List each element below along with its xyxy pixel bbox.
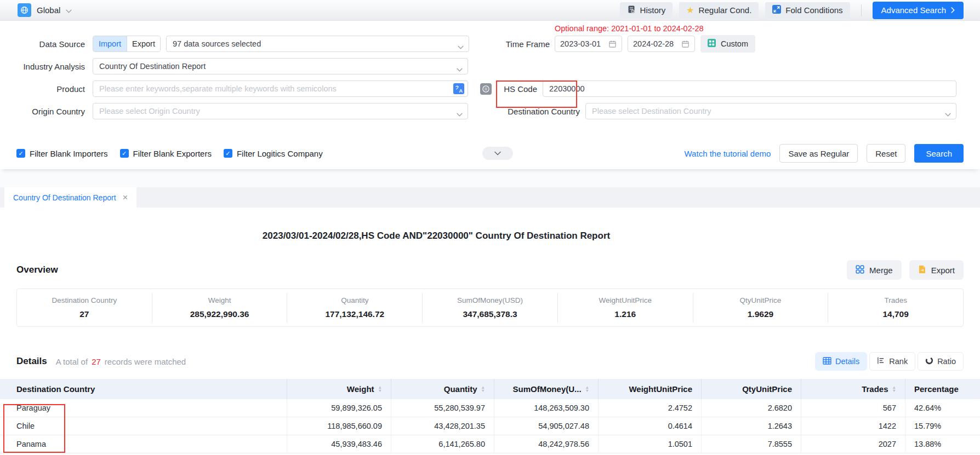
data-source-toggle: Import Export [93,36,161,52]
table-row[interactable]: Paraguay 59,899,326.05 55,280,539.97 148… [0,399,980,417]
industry-analysis-select[interactable]: Country Of Destination Report [93,58,468,74]
end-date-value[interactable] [633,39,677,48]
cell-country[interactable]: Panama [0,435,287,453]
close-icon[interactable]: × [123,193,128,202]
filter-blank-exporters-checkbox[interactable]: Filter Blank Exporters [120,149,212,158]
export-toggle[interactable]: Export [127,36,160,51]
translate-icon[interactable]: A [453,83,464,96]
hs-code-input[interactable] [543,80,956,97]
filter-logitics-company-checkbox[interactable]: Filter Logitics Company [224,149,323,158]
history-icon [627,5,636,15]
cell-sum-of-money: 54,905,027.48 [494,417,598,435]
column-header-weight[interactable]: Weight ▲▼ [287,379,391,399]
destination-country-group: Destination Country Please select Destin… [471,103,956,119]
stat-label: Trades [828,296,963,304]
destination-country-label: Destination Country [471,107,580,116]
advanced-search-label: Advanced Search [881,5,946,15]
checkbox-checked-icon[interactable] [16,149,25,158]
region-selector[interactable]: Global [18,3,72,17]
table-row[interactable]: Chile 118,985,660.09 43,428,201.35 54,90… [0,417,980,435]
cell-qty-unit-price: 7.8555 [701,435,801,453]
data-sources-select[interactable]: 97 data sources selected [166,36,469,52]
origin-country-select[interactable]: Please select Origin Country [93,103,468,119]
merge-label: Merge [869,266,893,275]
reset-button[interactable]: Reset [867,144,905,163]
fold-icon [772,5,781,15]
chevron-down-icon [945,110,951,118]
summary-prefix: A total of [56,357,88,366]
custom-range-button[interactable]: Custom [700,35,755,53]
destination-country-select[interactable]: Please select Destination Country [585,103,956,119]
sort-icon[interactable]: ▲▼ [378,386,382,392]
column-header-qty-unit-price[interactable]: QtyUnitPrice [701,379,801,399]
cell-weight: 45,939,483.46 [287,435,391,453]
report-title: 2023/03/01-2024/02/28,HS Code AND"220300… [0,231,873,241]
tutorial-demo-link[interactable]: Watch the tutorial demo [685,149,771,158]
column-header-weight-unit-price[interactable]: WeightUnitPrice [598,379,701,399]
stat-destination-country: Destination Country 27 [17,293,152,322]
cell-country[interactable]: Chile [0,417,287,435]
stat-weight-unit-price: WeightUnitPrice 1.216 [557,293,693,322]
sort-icon[interactable]: ▲▼ [481,386,485,392]
export-button[interactable]: Export [909,260,964,280]
view-rank-label: Rank [889,357,908,366]
cell-weight: 59,899,326.05 [287,399,391,417]
table-header-row: Destination Country Weight ▲▼ Quantity ▲… [0,379,980,399]
product-input[interactable] [93,80,468,97]
column-header-quantity[interactable]: Quantity ▲▼ [391,379,494,399]
table-row[interactable]: Panama 45,939,483.46 6,141,265.80 48,242… [0,435,980,453]
checkbox-checked-icon[interactable] [224,149,232,158]
view-switcher: Details Rank Ratio [815,352,964,371]
panel-gap [0,169,980,187]
merge-icon [856,265,864,275]
start-date-input[interactable] [555,36,622,52]
stat-value: 285,922,990.36 [152,309,287,319]
merge-button[interactable]: Merge [847,260,902,280]
stat-value: 27 [17,309,152,319]
rank-bars-icon [877,356,885,366]
filter-blank-importers-checkbox[interactable]: Filter Blank Importers [16,149,108,158]
sort-icon[interactable]: ▲▼ [585,386,589,392]
chevron-down-icon [457,110,463,118]
overview-actions: Merge Export [847,260,964,280]
checkbox-checked-icon[interactable] [120,149,129,158]
origin-country-row: Origin Country Please select Origin Coun… [0,103,980,119]
start-date-value[interactable] [560,39,604,48]
stat-qty-unit-price: QtyUnitPrice 1.9629 [693,293,828,322]
stat-sum-of-money: SumOfMoney(USD) 347,685,378.3 [422,293,557,322]
regular-cond-button[interactable]: ★ Regular Cond. [679,2,759,19]
column-header-sum-of-money[interactable]: SumOfMoney(U... ▲▼ [494,379,598,399]
column-header-percentage[interactable]: Percentage [905,379,980,399]
topbar: Global History ★ Regular Cond. Fold Cond… [0,0,980,21]
product-row: Product A HS Code [0,80,980,97]
sort-icon[interactable]: ▲▼ [892,386,896,392]
stat-trades: Trades 14,709 [828,293,963,322]
collapse-panel-button[interactable] [482,147,513,160]
chevron-right-icon [951,5,955,15]
cell-country[interactable]: Paraguay [0,399,287,417]
cell-quantity: 6,141,265.80 [391,435,494,453]
tab-country-of-destination-report[interactable]: Country Of Destination Report × [4,187,136,208]
import-toggle[interactable]: Import [93,36,127,51]
cell-weight: 118,985,660.09 [287,417,391,435]
search-button[interactable]: Search [914,144,964,163]
filter-label: Filter Blank Importers [30,149,108,158]
end-date-input[interactable] [628,36,695,52]
column-label: Percentage [914,384,959,394]
history-button[interactable]: History [620,2,673,19]
column-header-destination-country[interactable]: Destination Country [0,379,287,399]
overview-card: Destination Country 27 Weight 285,922,99… [16,289,964,327]
column-header-trades[interactable]: Trades ▲▼ [801,379,905,399]
view-rank-button[interactable]: Rank [869,352,915,371]
save-as-regular-button[interactable]: Save as Regular [779,144,858,163]
stat-label: WeightUnitPrice [558,296,693,304]
cell-weight-unit-price: 1.0501 [598,435,701,453]
fold-conditions-button[interactable]: Fold Conditions [765,2,850,19]
summary-suffix: records were matched [105,357,186,366]
chevron-down-icon [494,151,501,155]
view-ratio-button[interactable]: Ratio [918,352,964,371]
stat-label: SumOfMoney(USD) [423,296,557,304]
data-source-label: Data Source [16,39,85,49]
view-details-button[interactable]: Details [815,352,867,371]
advanced-search-button[interactable]: Advanced Search [873,2,964,19]
